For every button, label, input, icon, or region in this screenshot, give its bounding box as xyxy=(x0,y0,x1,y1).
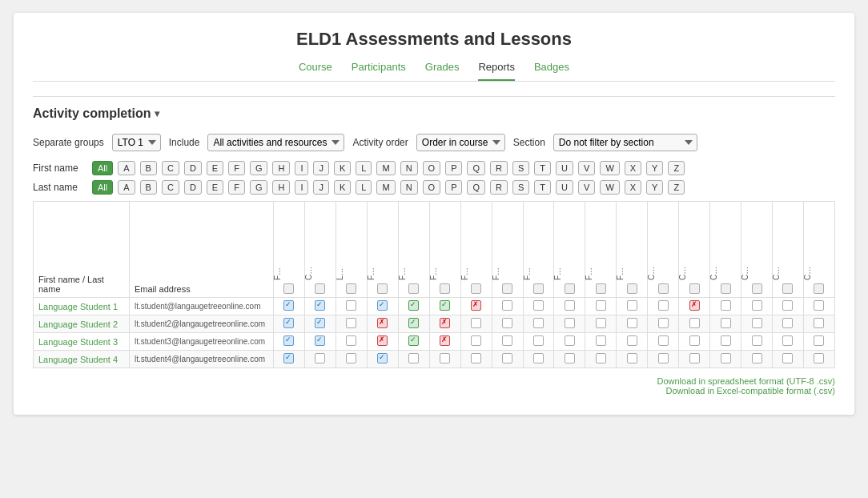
lastname-r-btn[interactable]: R xyxy=(490,180,508,195)
lastname-h-btn[interactable]: H xyxy=(272,180,290,195)
lastname-all-btn[interactable]: All xyxy=(92,180,113,195)
completion-cell xyxy=(803,315,834,333)
firstname-w-btn[interactable]: W xyxy=(600,161,619,175)
firstname-e-btn[interactable]: E xyxy=(207,161,223,175)
student-name[interactable]: Language Student 4 xyxy=(34,351,130,368)
lastname-z-btn[interactable]: Z xyxy=(668,180,685,195)
tab-badges[interactable]: Badges xyxy=(534,61,569,81)
lastname-v-btn[interactable]: V xyxy=(578,180,595,195)
tab-participants[interactable]: Participants xyxy=(352,61,406,81)
lastname-x-btn[interactable]: X xyxy=(625,180,641,195)
lastname-o-btn[interactable]: O xyxy=(423,180,441,195)
header-checkbox-cls-l2 xyxy=(689,283,700,294)
col-header-fls-l2: FLS - L2 - Upper and Lower ... xyxy=(398,202,429,298)
firstname-a-btn[interactable]: A xyxy=(118,161,135,175)
section-title: Activity completion ▾ xyxy=(33,106,835,121)
firstname-u-btn[interactable]: U xyxy=(556,161,573,175)
completion-cell xyxy=(585,315,617,333)
firstname-all-btn[interactable]: All xyxy=(92,161,113,175)
lastname-s-btn[interactable]: S xyxy=(512,180,529,195)
firstname-z-btn[interactable]: Z xyxy=(668,161,685,175)
firstname-b-btn[interactable]: B xyxy=(140,161,157,175)
lastname-l-btn[interactable]: L xyxy=(356,180,372,195)
lastname-i-btn[interactable]: I xyxy=(295,180,308,195)
completion-cell xyxy=(274,351,305,368)
firstname-m-btn[interactable]: M xyxy=(376,161,395,175)
col-header-name[interactable]: First name / Last name xyxy=(34,202,130,298)
tab-course[interactable]: Course xyxy=(299,61,332,81)
completion-checkbox xyxy=(533,353,544,363)
separate-groups-select[interactable]: LTO 1 xyxy=(112,134,161,151)
lastname-m-btn[interactable]: M xyxy=(376,180,395,195)
lastname-w-btn[interactable]: W xyxy=(600,180,619,195)
completion-checkbox xyxy=(377,318,388,328)
lastname-d-btn[interactable]: D xyxy=(184,180,202,195)
lastname-j-btn[interactable]: J xyxy=(313,180,329,195)
lastname-t-btn[interactable]: T xyxy=(534,180,551,195)
firstname-h-btn[interactable]: H xyxy=(272,161,290,175)
lastname-y-btn[interactable]: Y xyxy=(646,180,663,195)
completion-cell xyxy=(492,298,523,315)
completion-checkbox xyxy=(782,353,793,363)
page-container: ELD1 Assessments and Lessons Course Part… xyxy=(14,13,854,415)
firstname-v-btn[interactable]: V xyxy=(578,161,595,175)
lastname-b-btn[interactable]: B xyxy=(140,180,157,195)
lastname-p-btn[interactable]: P xyxy=(445,180,462,195)
lastname-filter-label: Last name xyxy=(33,182,87,193)
firstname-o-btn[interactable]: O xyxy=(423,161,441,175)
completion-checkbox xyxy=(283,318,294,328)
header-checkbox-fls-l4 xyxy=(471,283,481,294)
section-arrow[interactable]: ▾ xyxy=(155,108,159,119)
activity-order-select[interactable]: Order in course xyxy=(416,134,505,151)
firstname-k-btn[interactable]: K xyxy=(334,161,351,175)
download-excel-link[interactable]: Download in Excel-compatible format (.cs… xyxy=(33,386,835,396)
completion-cell xyxy=(648,315,679,333)
firstname-i-btn[interactable]: I xyxy=(295,161,308,175)
lastname-f-btn[interactable]: F xyxy=(228,180,245,195)
firstname-filter-row: First name All A B C D E F G H I J K L M… xyxy=(33,161,835,175)
firstname-g-btn[interactable]: G xyxy=(250,161,268,175)
completion-checkbox xyxy=(565,318,575,328)
completion-checkbox xyxy=(627,318,637,328)
lastname-e-btn[interactable]: E xyxy=(207,180,223,195)
firstname-j-btn[interactable]: J xyxy=(313,161,329,175)
student-name[interactable]: Language Student 2 xyxy=(34,315,130,333)
firstname-l-btn[interactable]: L xyxy=(356,161,372,175)
firstname-n-btn[interactable]: N xyxy=(400,161,418,175)
tab-reports[interactable]: Reports xyxy=(478,61,515,81)
lastname-k-btn[interactable]: K xyxy=(334,180,351,195)
download-csv-link[interactable]: Download in spreadsheet format (UTF-8 .c… xyxy=(33,376,835,386)
completion-cell xyxy=(367,351,398,368)
firstname-t-btn[interactable]: T xyxy=(534,161,551,175)
firstname-r-btn[interactable]: R xyxy=(490,161,508,175)
completion-cell xyxy=(648,333,679,351)
completion-checkbox xyxy=(408,318,419,328)
firstname-f-btn[interactable]: F xyxy=(228,161,245,175)
lastname-u-btn[interactable]: U xyxy=(556,180,573,195)
firstname-q-btn[interactable]: Q xyxy=(467,161,485,175)
student-name[interactable]: Language Student 3 xyxy=(34,333,130,351)
completion-checkbox xyxy=(596,335,606,346)
include-select[interactable]: All activities and resources xyxy=(207,134,344,151)
header-checkbox-fls-l9 xyxy=(627,283,637,294)
firstname-x-btn[interactable]: X xyxy=(625,161,641,175)
lastname-g-btn[interactable]: G xyxy=(250,180,268,195)
completion-cell xyxy=(304,315,336,333)
lastname-filter-row: Last name All A B C D E F G H I J K L M … xyxy=(33,180,835,195)
lastname-c-btn[interactable]: C xyxy=(162,180,179,195)
firstname-p-btn[interactable]: P xyxy=(445,161,462,175)
firstname-s-btn[interactable]: S xyxy=(512,161,529,175)
lastname-n-btn[interactable]: N xyxy=(400,180,418,195)
firstname-y-btn[interactable]: Y xyxy=(646,161,663,175)
firstname-d-btn[interactable]: D xyxy=(184,161,202,175)
section-filter-select[interactable]: Do not filter by section xyxy=(553,134,697,151)
student-name[interactable]: Language Student 1 xyxy=(34,298,130,315)
firstname-c-btn[interactable]: C xyxy=(162,161,179,175)
lastname-a-btn[interactable]: A xyxy=(118,180,135,195)
completion-checkbox xyxy=(752,318,762,328)
tab-grades[interactable]: Grades xyxy=(425,61,460,81)
completion-cell xyxy=(679,333,710,351)
lastname-q-btn[interactable]: Q xyxy=(467,180,485,195)
completion-checkbox xyxy=(533,318,544,328)
col-header-email[interactable]: Email address xyxy=(130,202,274,298)
